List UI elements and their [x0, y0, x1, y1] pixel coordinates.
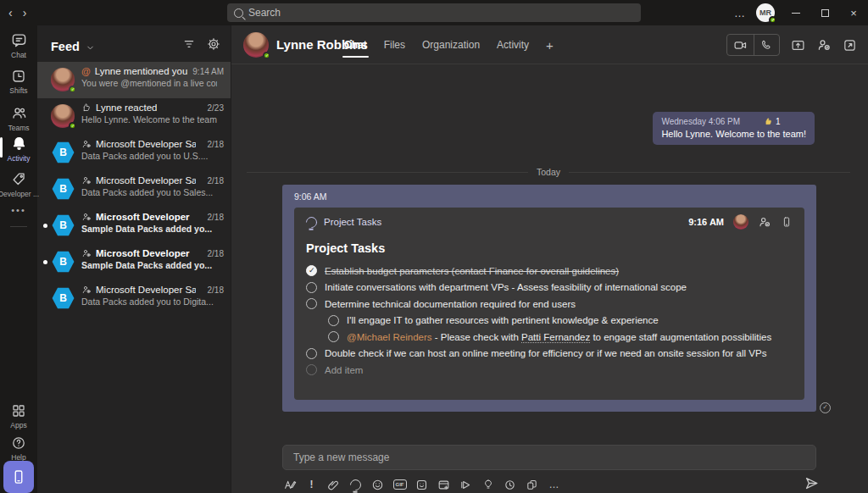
- feed-item-time: 2/18: [208, 176, 224, 186]
- task-text[interactable]: @Michael Reinders - Please check with Pa…: [347, 332, 771, 342]
- filter-icon[interactable]: [182, 37, 196, 51]
- thumbs-up-icon: [764, 117, 773, 126]
- delivery-options-icon[interactable]: !: [304, 478, 319, 492]
- person-add-icon: [81, 139, 92, 149]
- search-input[interactable]: [248, 7, 604, 19]
- message-input[interactable]: [283, 446, 815, 469]
- forward-icon[interactable]: ›: [23, 6, 27, 19]
- schedule-icon[interactable]: [437, 478, 451, 492]
- sidebar-item-shifts[interactable]: Shifts: [0, 69, 37, 95]
- close-button[interactable]: ×: [839, 0, 868, 25]
- scheduled-send-icon[interactable]: [503, 478, 517, 492]
- video-call-button[interactable]: [727, 35, 754, 55]
- sidebar-item-help[interactable]: Help: [0, 435, 37, 462]
- popout-chat-icon[interactable]: [843, 38, 857, 53]
- share-screen-icon[interactable]: [791, 38, 805, 53]
- task-checkbox-checked[interactable]: [306, 265, 317, 276]
- feed-item-mention[interactable]: @ Lynne mentioned you 9:14 AM You were @…: [37, 62, 231, 98]
- gear-icon[interactable]: [207, 37, 220, 51]
- feed-item-subtitle: Data Packs added you to Sales...: [81, 187, 217, 197]
- feed-item-added-unread[interactable]: B Microsoft Developer 2/18 Sample Data P…: [37, 208, 231, 244]
- stream-icon[interactable]: [459, 478, 473, 492]
- presence-badge: [263, 52, 270, 59]
- feed-item-added[interactable]: B Microsoft Developer Sample 2/18 Data P…: [37, 171, 231, 208]
- maximize-button[interactable]: [810, 0, 839, 25]
- feed-item-time: 2/18: [208, 285, 224, 295]
- format-icon[interactable]: [282, 478, 297, 492]
- feed-item-added[interactable]: B Microsoft Developer Sample 2/18 Data P…: [37, 135, 231, 171]
- sticker-icon[interactable]: [415, 478, 429, 492]
- compose-box[interactable]: [282, 445, 816, 470]
- attach-icon[interactable]: [326, 478, 341, 492]
- feed-item-added[interactable]: B Microsoft Developer Sample 2/18 Data P…: [37, 280, 231, 317]
- apps-icon: [11, 403, 26, 418]
- feed-item-subtitle: You were @mentioned in a live component: [81, 78, 217, 88]
- feed-list: @ Lynne mentioned you 9:14 AM You were @…: [37, 62, 231, 317]
- rail-more-apps[interactable]: •••: [0, 205, 37, 215]
- contact-avatar[interactable]: [243, 32, 269, 58]
- add-people-icon[interactable]: [816, 37, 832, 53]
- person-link[interactable]: Patti Fernandez: [521, 332, 590, 343]
- chevron-down-icon[interactable]: [86, 43, 95, 53]
- mobile-phone-icon[interactable]: [781, 216, 793, 228]
- sidebar-item-apps[interactable]: Apps: [0, 403, 37, 429]
- send-button[interactable]: [804, 475, 820, 491]
- chat-pane: Lynne Robbins Chat Files Organization Ac…: [231, 25, 868, 493]
- add-tab-button[interactable]: +: [546, 38, 554, 53]
- task-checkbox[interactable]: [306, 282, 317, 293]
- compose-toolbar: ! GIF: [282, 476, 816, 493]
- reaction-chip[interactable]: 1: [764, 117, 781, 126]
- tab-files[interactable]: Files: [384, 27, 405, 63]
- minimize-button[interactable]: [782, 0, 810, 25]
- task-text[interactable]: I'll engage IT to gather resources with …: [347, 315, 659, 325]
- mobile-phone-icon: [10, 468, 27, 485]
- task-text[interactable]: Initiate conversations with department V…: [325, 282, 687, 292]
- loop-component-card[interactable]: Project Tasks 9:16 AM Project Tasks Esta…: [294, 208, 804, 400]
- feed-item-title: Microsoft Developer Sample: [96, 175, 196, 186]
- feed-item-added-unread[interactable]: B Microsoft Developer 2/18 Sample Data P…: [37, 244, 231, 280]
- more-actions-icon[interactable]: …: [547, 478, 561, 492]
- feed-item-subtitle: Data Packs added you to U.S....: [81, 151, 217, 161]
- task-text[interactable]: Establish budget parameters (contact Fin…: [325, 266, 619, 276]
- search-bar[interactable]: [227, 3, 641, 22]
- task-checkbox[interactable]: [306, 348, 317, 359]
- task-text[interactable]: Determine technical documentation requir…: [325, 299, 576, 309]
- sidebar-item-activity[interactable]: Activity: [0, 136, 37, 163]
- delivered-status-icon: [820, 402, 831, 413]
- app-rail: Chat Shifts Teams Activity Developer ...…: [0, 25, 37, 493]
- add-item-label: Add item: [325, 365, 363, 375]
- task-text[interactable]: Double check if we can host an online me…: [325, 348, 766, 358]
- mention-link[interactable]: @Michael Reinders: [347, 332, 432, 342]
- person-add-icon: [81, 212, 92, 222]
- task-checkbox[interactable]: [328, 315, 339, 326]
- shared-people-icon[interactable]: [758, 215, 771, 229]
- task-checkbox[interactable]: [306, 298, 317, 309]
- approvals-icon[interactable]: [525, 478, 539, 492]
- settings-more-icon[interactable]: …: [724, 7, 756, 19]
- avatar-initials: MR: [760, 8, 771, 17]
- tab-organization[interactable]: Organization: [422, 27, 480, 63]
- sidebar-item-developer[interactable]: Developer ...: [0, 171, 37, 198]
- mobile-app-button[interactable]: [3, 461, 34, 493]
- person-add-icon: [81, 248, 92, 258]
- gif-icon[interactable]: GIF: [392, 478, 407, 492]
- feed-title[interactable]: Feed: [51, 40, 80, 53]
- back-icon[interactable]: ‹: [8, 6, 13, 19]
- add-item-row[interactable]: Add item: [306, 362, 793, 379]
- feed-item-reaction[interactable]: Lynne reacted 2/23 Hello Lynne. Welcome …: [37, 98, 231, 135]
- tab-activity[interactable]: Activity: [497, 27, 529, 63]
- profile-avatar[interactable]: MR: [756, 3, 775, 22]
- lightbulb-icon[interactable]: [481, 478, 495, 492]
- chat-icon: [11, 32, 27, 48]
- rail-label: Apps: [10, 421, 26, 429]
- feed-item-title: Microsoft Developer Sample: [96, 285, 196, 295]
- tab-chat[interactable]: Chat: [344, 27, 367, 63]
- sidebar-item-teams[interactable]: Teams: [0, 105, 37, 132]
- loop-component-icon[interactable]: [348, 478, 363, 492]
- sidebar-item-chat[interactable]: Chat: [0, 32, 37, 59]
- task-checkbox[interactable]: [328, 331, 339, 342]
- emoji-icon[interactable]: [370, 478, 385, 492]
- feed-item-title: Lynne mentioned you: [95, 66, 188, 76]
- day-divider-label: Today: [537, 167, 560, 177]
- audio-call-button[interactable]: [754, 35, 779, 55]
